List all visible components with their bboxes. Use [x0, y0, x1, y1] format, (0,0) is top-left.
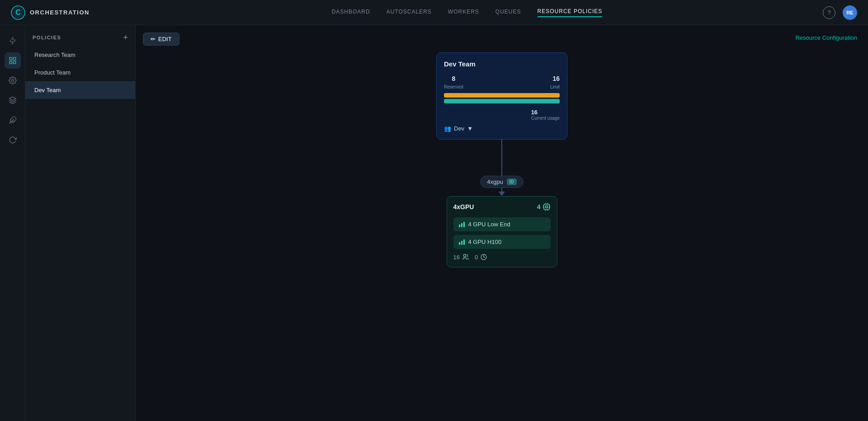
dev-team-card: Dev Team 8 Reserved 16 Limit [436, 52, 567, 140]
current-usage-row: 16 Current usage [444, 109, 560, 121]
dev-team-footer[interactable]: 👥 Dev ▼ [444, 125, 560, 132]
flow-diagram: Dev Team 8 Reserved 16 Limit [136, 52, 868, 421]
queue-label: 4xgpu [487, 178, 503, 185]
topbar: C ORCHESTRATION DASHBOARD AUTOSCALERS WO… [0, 0, 868, 25]
progress-bars [444, 93, 560, 103]
gpu-resource-low-end-label: 4 GPU Low End [468, 221, 510, 228]
svg-text:C: C [15, 9, 21, 16]
policies-header: POLICIES + [25, 25, 135, 46]
progress-track-orange [444, 93, 560, 98]
svg-point-6 [11, 80, 14, 82]
current-usage-block: 16 Current usage [531, 109, 560, 121]
svg-rect-10 [544, 204, 549, 210]
app-title: ORCHESTRATION [30, 9, 90, 16]
svg-point-20 [463, 254, 466, 257]
main-area: POLICIES + Research Team Product Team De… [25, 25, 868, 421]
workers-icon [462, 253, 469, 261]
team-icon: 👥 [444, 125, 451, 132]
sidebar-item-layers[interactable] [5, 92, 21, 108]
svg-rect-11 [545, 206, 547, 208]
resource-config-link[interactable]: Resource Configuration [795, 34, 857, 41]
nav-queues[interactable]: QUEUES [495, 9, 521, 17]
gpu-resource-h100: 4 GPU H100 [453, 235, 551, 249]
gpu-card-title: 4xGPU [453, 203, 474, 210]
dev-team-card-title: Dev Team [444, 60, 560, 68]
top-nav: DASHBOARD AUTOSCALERS WORKERS QUEUES RES… [111, 8, 823, 17]
gpu-resource-h100-label: 4 GPU H100 [468, 239, 502, 245]
reserved-value: 8 [444, 75, 463, 82]
gpu-count-value: 4 [537, 203, 541, 210]
svg-marker-7 [9, 97, 16, 101]
connector-line-top [501, 140, 502, 176]
gpu-count-badge: 4 [537, 203, 551, 211]
policies-panel: POLICIES + Research Team Product Team De… [25, 25, 136, 421]
connector-line-bottom [501, 188, 502, 192]
sidebar-item-flash[interactable] [5, 33, 21, 49]
bars-icon-h100 [459, 239, 465, 245]
svg-rect-2 [9, 57, 12, 60]
canvas-area: ✏ EDIT Resource Configuration Dev Team 8… [136, 25, 868, 421]
bars-icon-low-end [459, 222, 465, 227]
edit-icon: ✏ [151, 36, 156, 42]
limit-stat: 16 Limit [550, 75, 560, 90]
reserved-stat: 8 Reserved [444, 75, 463, 90]
team-label: Dev [454, 125, 464, 132]
queue-badge[interactable]: 4xgpu ID [480, 176, 523, 188]
add-policy-button[interactable]: + [123, 33, 128, 42]
reserved-label: Reserved [444, 84, 463, 89]
arrow-down-icon [499, 192, 505, 196]
sidebar-item-grid[interactable] [5, 52, 21, 69]
stats-row: 8 Reserved 16 Limit [444, 75, 560, 90]
logo-area: C ORCHESTRATION [11, 5, 90, 20]
gpu-card-header: 4xGPU 4 [453, 203, 551, 211]
sidebar [0, 25, 25, 421]
gpu-chip-icon [542, 203, 551, 211]
current-usage-label: Current usage [531, 116, 560, 121]
tasks-icon [480, 253, 487, 261]
progress-track-teal [444, 99, 560, 103]
topbar-right: ? RE [823, 5, 857, 20]
gpu-resource-low-end: 4 GPU Low End [453, 217, 551, 231]
edit-button[interactable]: ✏ EDIT [143, 33, 179, 46]
svg-rect-5 [13, 61, 15, 64]
limit-value: 16 [550, 75, 560, 82]
queue-id-badge: ID [507, 178, 517, 185]
policy-item-product-team[interactable]: Product Team [25, 64, 135, 81]
sidebar-item-settings[interactable] [5, 72, 21, 89]
app-logo: C [11, 5, 25, 20]
workers-stat: 16 [453, 253, 469, 261]
progress-fill-orange [444, 93, 560, 98]
sidebar-item-puzzle[interactable] [5, 112, 21, 128]
nav-resource-policies[interactable]: RESOURCE POLICIES [538, 8, 603, 17]
workers-value: 16 [453, 254, 460, 261]
tasks-value: 0 [475, 254, 478, 261]
dropdown-arrow-icon: ▼ [467, 125, 473, 132]
svg-rect-4 [9, 61, 12, 64]
user-avatar[interactable]: RE [843, 5, 857, 20]
policies-title: POLICIES [33, 35, 61, 40]
nav-workers[interactable]: WORKERS [448, 9, 479, 17]
sidebar-item-refresh[interactable] [5, 132, 21, 148]
gpu-card: 4xGPU 4 4 GPU Low End [447, 196, 557, 267]
policy-item-dev-team[interactable]: Dev Team [25, 81, 135, 99]
help-button[interactable]: ? [823, 6, 835, 19]
canvas-toolbar: ✏ EDIT [143, 33, 179, 46]
tasks-stat: 0 [475, 253, 487, 261]
current-usage-value: 16 [531, 109, 560, 116]
limit-label: Limit [550, 84, 560, 89]
progress-fill-teal [444, 99, 560, 103]
nav-autoscalers[interactable]: AUTOSCALERS [387, 9, 432, 17]
edit-label: EDIT [158, 36, 172, 42]
policy-item-research-team[interactable]: Research Team [25, 46, 135, 64]
gpu-card-footer: 16 0 [453, 253, 551, 261]
nav-dashboard[interactable]: DASHBOARD [332, 9, 370, 17]
svg-rect-3 [13, 57, 15, 60]
